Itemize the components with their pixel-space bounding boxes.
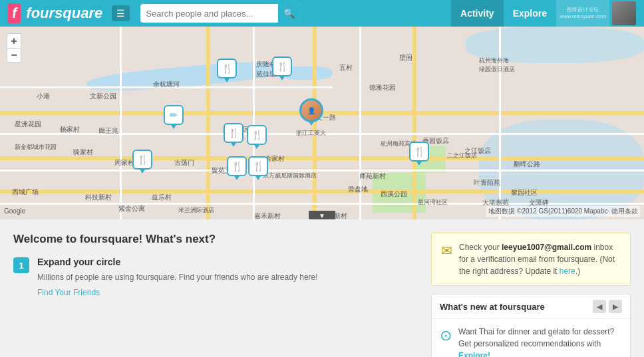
whats-new-header: What's new at foursquare ◀ ▶ xyxy=(432,295,630,319)
map-water-1 xyxy=(86,58,286,95)
pin-icon-fork4: 🍴 xyxy=(224,123,243,143)
pin-icon-pencil: ✏ xyxy=(164,105,184,125)
map-road-v3 xyxy=(412,27,416,219)
pin-icon-fork: 🍴 xyxy=(217,59,237,78)
prev-arrow-button[interactable]: ◀ xyxy=(593,300,606,313)
email-text-before: Check your xyxy=(459,243,502,252)
step-1: 1 Expand your circle Millions of people … xyxy=(13,257,418,297)
map-pin-9[interactable]: 🍴 xyxy=(408,142,430,167)
map-road-v-minor1 xyxy=(120,27,122,219)
email-verify-box: ✉ Check your leeyue1007@gmail.com inbox … xyxy=(431,233,631,286)
pin-icon-fork7: 🍴 xyxy=(227,156,247,176)
map-road-v-minor4 xyxy=(499,27,501,219)
map-toggle-icon: ▼ xyxy=(319,212,325,219)
step-number-1: 1 xyxy=(13,257,29,273)
map-pin-3[interactable]: ✏ xyxy=(163,105,184,130)
pin-icon-fork5: 🍴 xyxy=(247,125,267,145)
email-text-after: .) xyxy=(575,267,580,276)
email-text: Check your leeyue1007@gmail.com inbox fo… xyxy=(459,241,621,277)
map-background xyxy=(0,27,644,219)
map-toggle-button[interactable]: ▼ xyxy=(309,211,335,219)
map-copyright: 地图数据 ©2012 GS(2011)6020 Mapabc· 徳用条款 xyxy=(486,206,640,217)
compass-icon: ⊙ xyxy=(440,327,452,344)
search-button[interactable]: 🔍 xyxy=(278,4,300,23)
pin-icon-fork6: 🍴 xyxy=(132,150,152,170)
step-desc-1: Millions of people are using foursquare.… xyxy=(37,271,318,283)
whats-new-title: What's new at foursquare xyxy=(440,302,545,312)
whats-new-text: Want Thai for dinner and gelato for dess… xyxy=(458,326,622,357)
map-pin-photo[interactable]: 👤 xyxy=(301,98,322,124)
logo-text: foursquare xyxy=(26,5,102,22)
watermark: 图终设计论坛 www.missyuan.com xyxy=(556,0,609,27)
whats-new-desc: Want Thai for dinner and gelato for dess… xyxy=(458,327,614,348)
pin-icon-fork9: 🍴 xyxy=(409,142,429,162)
email-icon: ✉ xyxy=(441,243,452,259)
map-road-v1 xyxy=(206,27,210,219)
svg-text:Google: Google xyxy=(4,207,26,215)
whats-new-content: ⊙ Want Thai for dinner and gelato for de… xyxy=(432,319,630,357)
email-address: leeyue1007@gmail.com xyxy=(502,243,591,252)
next-arrow-button[interactable]: ▶ xyxy=(609,300,622,313)
left-panel: Welcome to foursquare! What's next? 1 Ex… xyxy=(13,233,431,357)
whats-new-box: What's new at foursquare ◀ ▶ ⊙ Want Thai… xyxy=(431,294,631,357)
map-road-h4 xyxy=(0,203,644,205)
map-pin-6[interactable]: 🍴 xyxy=(132,150,153,175)
map-pin-8[interactable]: 🍴 xyxy=(247,156,269,181)
pin-icon-fork8: 🍴 xyxy=(248,156,268,176)
map-road-h3 xyxy=(0,170,644,172)
search-bar: 🔍 xyxy=(140,4,300,23)
avatar-image xyxy=(612,1,636,25)
map-pin-2[interactable]: 🍴 xyxy=(271,57,293,82)
nav-explore[interactable]: Explore xyxy=(504,0,556,27)
step-content-1: Expand your circle Millions of people ar… xyxy=(37,257,318,297)
logo-f: f xyxy=(8,3,21,23)
map-road-wenyilu xyxy=(0,156,644,160)
explore-link[interactable]: Explore! xyxy=(458,351,490,357)
map-pin-1[interactable]: 🍴 xyxy=(216,59,238,84)
pin-icon-fork2: 🍴 xyxy=(272,57,292,76)
map-zoom-controls: + − xyxy=(7,33,21,62)
logo-area: f foursquare ☰ xyxy=(8,3,130,23)
zoom-out-button[interactable]: − xyxy=(7,48,21,62)
nav-activity[interactable]: Activity xyxy=(451,0,504,27)
map-road-h1 xyxy=(0,86,333,88)
zoom-in-button[interactable]: + xyxy=(7,33,21,48)
map-water-3 xyxy=(466,27,644,63)
step-title-1: Expand your circle xyxy=(37,257,318,267)
map-google-label: Google xyxy=(4,206,31,217)
header: f foursquare ☰ 🔍 Activity Explore 图终设计论坛… xyxy=(0,0,644,27)
map-container: 庆隆桥 苑佳里 余杭塘河 五村 壁固 小港 文新公园 杭州海外海 绿园假日酒店 … xyxy=(0,27,644,219)
map-pin-5[interactable]: 🍴 xyxy=(246,125,267,150)
map-road-h2 xyxy=(0,133,644,135)
map-road-main3 xyxy=(0,189,644,193)
right-panel: ✉ Check your leeyue1007@gmail.com inbox … xyxy=(431,233,631,357)
main-content: Welcome to foursquare! What's next? 1 Ex… xyxy=(0,219,644,357)
email-here-link[interactable]: here xyxy=(560,267,575,276)
welcome-title: Welcome to foursquare! What's next? xyxy=(13,233,418,246)
nav-right: Activity Explore 图终设计论坛 www.missyuan.com xyxy=(451,0,636,27)
search-input[interactable] xyxy=(140,9,278,19)
map-pin-4[interactable]: 🍴 xyxy=(223,123,244,148)
find-friends-link[interactable]: Find Your Friends xyxy=(37,288,100,297)
pin-photo-avatar: 👤 xyxy=(299,98,323,122)
map-road-v-minor2 xyxy=(253,27,255,219)
nav-arrows: ◀ ▶ xyxy=(593,300,622,313)
map-road-v-minor3 xyxy=(359,27,361,219)
menu-button[interactable]: ☰ xyxy=(112,5,130,21)
avatar[interactable] xyxy=(612,1,636,25)
map-pin-7[interactable]: 🍴 xyxy=(226,156,247,181)
